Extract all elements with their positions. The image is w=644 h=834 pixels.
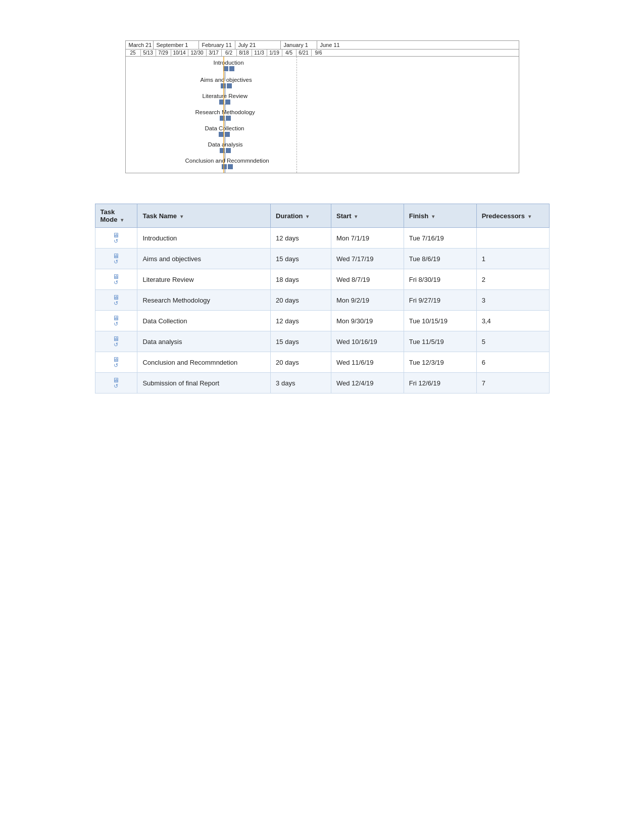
cell-predecessors-4: 3,4	[476, 311, 549, 331]
gantt-task-label-dataanalysis: Data analysis	[208, 141, 243, 148]
date-11-3: 11/3	[252, 50, 267, 56]
cell-predecessors-6: 6	[476, 352, 549, 373]
mode-icon-bot: ↺	[114, 259, 118, 265]
mode-icon-bot: ↺	[114, 280, 118, 285]
mode-icon-bot: ↺	[114, 363, 118, 368]
cell-duration-5: 15 days	[271, 331, 331, 352]
gantt-task-shapes-research	[220, 116, 231, 121]
task-table: TaskMode ▾ Task Name ▾ Duration ▾ Start …	[95, 204, 550, 394]
sort-arrow-mode[interactable]: ▾	[121, 217, 123, 223]
task-mode-icon: 🖥 ↺	[101, 253, 132, 265]
cell-start-0: Mon 7/1/19	[331, 228, 404, 249]
month-feb: February 11	[199, 41, 235, 49]
sort-arrow-name[interactable]: ▾	[180, 214, 183, 219]
table-row: 🖥 ↺ Data Collection12 daysMon 9/30/19Tue…	[95, 311, 549, 331]
month-jun: June 11	[317, 41, 348, 49]
sort-arrow-finish[interactable]: ▾	[432, 214, 434, 219]
gantt-shape	[225, 132, 230, 137]
col-label-name: Task Name	[142, 212, 177, 220]
cell-mode-1: 🖥 ↺	[95, 249, 137, 269]
cell-finish-0: Tue 7/16/19	[404, 228, 476, 249]
gantt-task-shapes-aims	[221, 83, 232, 88]
task-mode-icon: 🖥 ↺	[101, 315, 132, 327]
connector-6-7	[225, 153, 225, 162]
mode-icon-bot: ↺	[114, 301, 118, 306]
table-row: 🖥 ↺ Research Methodology20 daysMon 9/2/1…	[95, 290, 549, 311]
mode-icon-bot: ↺	[114, 383, 118, 389]
gantt-body: Introduction Aims and objectives	[125, 56, 519, 173]
sort-arrow-start[interactable]: ▾	[355, 214, 357, 219]
task-mode-icon: 🖥 ↺	[101, 356, 132, 368]
connector-5-6	[225, 136, 225, 145]
cell-start-5: Wed 10/16/19	[331, 331, 404, 352]
gantt-task-conclusion: Conclusion and Recommndetion	[185, 158, 269, 169]
gantt-task-shapes-dataanalysis	[220, 148, 231, 153]
date-10-14: 10/14	[171, 50, 188, 56]
col-label-finish: Finish	[409, 212, 428, 220]
table-row: 🖥 ↺ Submission of final Report3 daysWed …	[95, 373, 549, 394]
date-12-30: 12/30	[188, 50, 207, 56]
gantt-task-submission: Submission of final Report	[194, 172, 262, 173]
connector-3-4	[225, 104, 225, 113]
cell-mode-3: 🖥 ↺	[95, 290, 137, 311]
cell-finish-7: Fri 12/6/19	[404, 373, 476, 394]
cell-name-3: Research Methodology	[137, 290, 271, 311]
cell-finish-2: Fri 8/30/19	[404, 269, 476, 290]
col-label-predecessors: Predecessors	[482, 212, 525, 220]
cell-finish-1: Tue 8/6/19	[404, 249, 476, 269]
cell-duration-7: 3 days	[271, 373, 331, 394]
cell-finish-5: Tue 11/5/19	[404, 331, 476, 352]
gantt-shape	[228, 164, 233, 169]
gantt-shape	[225, 100, 230, 105]
gantt-shape	[229, 66, 234, 71]
cell-name-2: Literature Review	[137, 269, 271, 290]
task-mode-icon: 🖥 ↺	[101, 294, 132, 306]
cell-duration-3: 20 days	[271, 290, 331, 311]
cell-finish-6: Tue 12/3/19	[404, 352, 476, 373]
cell-name-5: Data analysis	[137, 331, 271, 352]
date-8-18: 8/18	[237, 50, 252, 56]
gantt-task-label-research: Research Methodology	[195, 109, 255, 115]
sort-arrow-predecessors[interactable]: ▾	[528, 214, 531, 219]
gantt-task-research: Research Methodology	[195, 109, 255, 121]
gantt-shape	[226, 116, 231, 121]
gantt-task-introduction: Introduction	[214, 60, 244, 71]
cell-finish-4: Tue 10/15/19	[404, 311, 476, 331]
cell-name-4: Data Collection	[137, 311, 271, 331]
gantt-current-line	[223, 57, 224, 173]
cell-start-7: Wed 12/4/19	[331, 373, 404, 394]
project-table: TaskMode ▾ Task Name ▾ Duration ▾ Start …	[95, 204, 550, 394]
col-header-predecessors: Predecessors ▾	[476, 204, 549, 228]
cell-name-7: Submission of final Report	[137, 373, 271, 394]
task-mode-icon: 🖥 ↺	[101, 335, 132, 348]
col-label-start: Start	[336, 212, 352, 220]
sort-arrow-duration[interactable]: ▾	[306, 214, 309, 219]
table-row: 🖥 ↺ Introduction12 daysMon 7/1/19Tue 7/1…	[95, 228, 549, 249]
connector-1-2	[225, 72, 225, 81]
table-row: 🖥 ↺ Conclusion and Recommndetion20 daysW…	[95, 352, 549, 373]
cell-duration-4: 12 days	[271, 311, 331, 331]
gantt-date-subheader: 25 5/13 7/29 10/14 12/30 3/17 6/2 8/18 1…	[125, 49, 519, 56]
date-3-17: 3/17	[207, 50, 222, 56]
cell-finish-3: Fri 9/27/19	[404, 290, 476, 311]
cell-mode-0: 🖥 ↺	[95, 228, 137, 249]
date-7-29: 7/29	[156, 50, 171, 56]
gantt-task-label-submission: Submission of final Report	[194, 172, 262, 173]
gantt-task-shapes-introduction	[223, 66, 234, 71]
cell-predecessors-7: 7	[476, 373, 549, 394]
gantt-task-dataanalysis: Data analysis	[208, 141, 243, 153]
cell-predecessors-3: 3	[476, 290, 549, 311]
cell-duration-0: 12 days	[271, 228, 331, 249]
col-header-finish: Finish ▾	[404, 204, 476, 228]
gantt-shape	[226, 148, 231, 153]
mode-icon-bot: ↺	[114, 321, 118, 327]
cell-mode-7: 🖥 ↺	[95, 373, 137, 394]
date-6-21: 6/21	[296, 50, 312, 56]
cell-predecessors-5: 5	[476, 331, 549, 352]
col-label-duration: Duration	[276, 212, 303, 220]
connector-2-3	[225, 88, 225, 97]
date-4-5: 4/5	[282, 50, 296, 56]
connector-4-5	[225, 120, 225, 129]
cell-start-4: Mon 9/30/19	[331, 311, 404, 331]
table-row: 🖥 ↺ Aims and objectives15 daysWed 7/17/1…	[95, 249, 549, 269]
